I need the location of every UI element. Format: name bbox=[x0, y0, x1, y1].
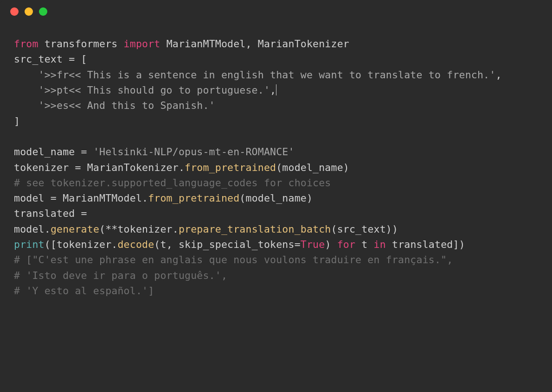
code-text: ] bbox=[14, 115, 20, 127]
code-comment: # ["C'est une phrase en anglais que nous… bbox=[14, 254, 453, 266]
code-window: from transformers import MarianMTModel, … bbox=[0, 0, 552, 392]
code-text: ([tokenizer. bbox=[45, 239, 118, 250]
boolean-literal: True bbox=[301, 239, 325, 250]
code-text: model_name = bbox=[14, 146, 93, 158]
code-text: model = MarianMTModel. bbox=[14, 192, 148, 204]
function-name: decode bbox=[117, 239, 154, 250]
function-name: from_pretrained bbox=[185, 162, 276, 173]
string-literal: '>>pt<< This should go to portuguese.' bbox=[39, 84, 270, 96]
maximize-icon[interactable] bbox=[39, 7, 47, 16]
code-text: src_text = [ bbox=[14, 53, 87, 65]
function-name: generate bbox=[51, 223, 99, 235]
code-text: , bbox=[270, 84, 276, 96]
code-text: translated = bbox=[14, 208, 93, 219]
function-name: prepare_translation_batch bbox=[179, 223, 331, 235]
code-text: (model_name) bbox=[276, 162, 349, 173]
code-text: transformers bbox=[39, 38, 124, 50]
window-titlebar bbox=[0, 0, 552, 23]
code-text: (t, skip_special_tokens= bbox=[154, 239, 300, 250]
code-text: model. bbox=[14, 223, 51, 235]
code-text bbox=[14, 69, 39, 81]
code-text bbox=[14, 100, 39, 111]
function-name: from_pretrained bbox=[148, 192, 239, 204]
keyword-import: import bbox=[124, 38, 160, 50]
keyword-in: in bbox=[374, 239, 386, 250]
close-icon[interactable] bbox=[10, 7, 19, 16]
code-text: tokenizer = MarianTokenizer. bbox=[14, 162, 185, 173]
code-comment: # 'Isto deve ir para o português.', bbox=[14, 270, 227, 281]
code-editor[interactable]: from transformers import MarianMTModel, … bbox=[0, 23, 552, 312]
builtin-call: print bbox=[14, 239, 45, 250]
code-text: translated]) bbox=[386, 239, 465, 250]
code-comment: # 'Y esto al español.'] bbox=[14, 285, 154, 297]
string-literal: '>>fr<< This is a sentence in english th… bbox=[39, 69, 496, 81]
code-comment: # see tokenizer.supported_language_codes… bbox=[14, 177, 331, 189]
code-text: ) bbox=[325, 239, 337, 250]
code-text: , bbox=[495, 69, 501, 81]
code-text: MarianMTModel, MarianTokenizer bbox=[160, 38, 349, 50]
code-text: (**tokenizer. bbox=[99, 223, 179, 235]
string-literal: 'Helsinki-NLP/opus-mt-en-ROMANCE' bbox=[93, 146, 295, 158]
code-text bbox=[14, 84, 39, 96]
minimize-icon[interactable] bbox=[25, 7, 33, 16]
keyword-from: from bbox=[14, 38, 39, 50]
code-text: t bbox=[355, 239, 373, 250]
string-literal: '>>es<< And this to Spanish.' bbox=[39, 100, 215, 111]
code-text: (model_name) bbox=[239, 192, 313, 204]
text-cursor bbox=[276, 84, 276, 95]
keyword-for: for bbox=[337, 239, 355, 250]
code-text: (src_text)) bbox=[331, 223, 398, 235]
